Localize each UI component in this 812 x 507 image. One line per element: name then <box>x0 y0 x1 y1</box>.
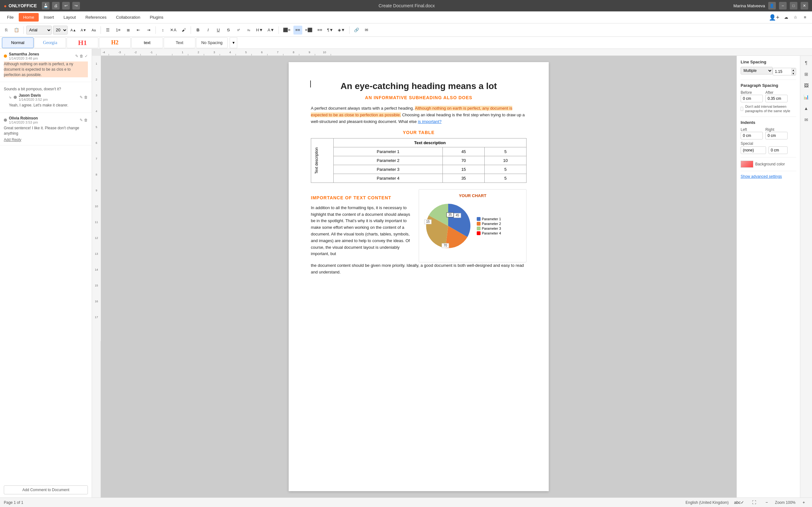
italic-button[interactable]: I <box>204 26 212 35</box>
app-logo: ● ONLYOFFICE 💾 🖨 ↩ ↪ <box>4 2 80 9</box>
paste-button[interactable]: 📋 <box>12 26 21 35</box>
reply-edit-1[interactable]: ✎ <box>80 95 83 100</box>
print-button[interactable]: 🖨 <box>52 2 60 9</box>
style-normal[interactable]: Normal <box>2 38 34 48</box>
align-right-button[interactable]: ≡⬛ <box>304 26 314 35</box>
fit-page-button[interactable]: ⛶ <box>750 498 758 507</box>
spell-check-icon[interactable]: abc✓ <box>732 498 746 507</box>
style-h2[interactable]: H2 <box>99 38 131 48</box>
insert-link-button[interactable]: 🔗 <box>352 26 361 35</box>
menu-collaboration[interactable]: Collaboration <box>112 13 145 21</box>
menu-insert[interactable]: Insert <box>39 13 59 21</box>
add-comment-button[interactable]: Add Comment to Document <box>4 486 88 494</box>
mail-settings-icon[interactable]: ✉ <box>802 115 811 124</box>
table-cell-param: Parameter 1 <box>334 147 443 156</box>
window-close[interactable]: ✕ <box>801 2 808 9</box>
bg-color-swatch[interactable] <box>741 161 753 168</box>
copy-style-button[interactable]: 🖌 <box>179 26 188 35</box>
legend-label-3: Parameter 3 <box>482 227 501 230</box>
doc-intro-paragraph[interactable]: A perfect document always starts with a … <box>311 105 526 125</box>
style-text[interactable]: text <box>131 38 163 48</box>
window-maximize[interactable]: □ <box>790 2 798 9</box>
window-minimize[interactable]: – <box>779 2 786 9</box>
menu-home[interactable]: Home <box>19 13 39 21</box>
paragraph-marks-button[interactable]: ¶▼ <box>325 26 335 35</box>
bullet-list-button[interactable]: ☰ <box>103 26 112 35</box>
document-container[interactable]: An eye-catching heading means a lot AN I… <box>101 56 737 498</box>
change-case-button[interactable]: Aa <box>89 26 98 35</box>
menu-references[interactable]: References <box>81 13 111 21</box>
dont-add-interval-checkbox[interactable] <box>741 107 743 111</box>
align-center-button[interactable]: ≡≡ <box>293 26 302 35</box>
doc-subheading[interactable]: AN INFORMATIVE SUBHEADING ALSO DOES <box>311 95 526 100</box>
strikethrough-button[interactable]: S <box>224 26 233 35</box>
comment-time-1: 1/14/2020 3:48 pm <box>9 56 39 60</box>
comment-time-3: 1/14/2020 3:53 pm <box>9 120 38 124</box>
comment-delete-3[interactable]: 🗑 <box>84 118 88 122</box>
clear-format-button[interactable]: ✕A <box>168 26 178 35</box>
doc-link[interactable]: is important? <box>418 119 441 124</box>
vertical-ruler: 1 2 3 4 5 6 7 8 9 10 11 12 13 14 <box>92 56 101 498</box>
shading-button[interactable]: ◈▼ <box>336 26 347 35</box>
comment-resolve-1[interactable]: ✓ <box>85 54 88 58</box>
increase-indent-button[interactable]: ⇥ <box>144 26 153 35</box>
menu-file[interactable]: File <box>3 13 18 21</box>
font-family-select[interactable]: Arial Georgia Times New Roman <box>26 26 52 35</box>
spacing-increment[interactable]: ▲ <box>792 68 795 72</box>
style-nospace[interactable]: No Spacing <box>196 38 228 48</box>
star-button[interactable]: ☆ <box>791 13 800 22</box>
comment-edit-3[interactable]: ✎ <box>80 118 83 122</box>
line-spacing-type-select[interactable]: Multiple Single 1.5 Lines Double <box>741 67 773 74</box>
comment-standalone-2: Sounds a bit pompous, doesn't it? <box>4 87 88 92</box>
style-gallery-more[interactable]: ▾ <box>230 38 237 48</box>
copy-button[interactable]: ⎘ <box>2 26 11 35</box>
save-button[interactable]: 💾 <box>42 2 49 9</box>
user-menu-button[interactable]: 👤 <box>768 2 776 9</box>
highlight-color-button[interactable]: H▼ <box>254 26 264 35</box>
menu-layout[interactable]: Layout <box>59 13 80 21</box>
comment-delete-1[interactable]: 🗑 <box>80 54 84 58</box>
font-size-down-button[interactable]: A▼ <box>79 26 88 35</box>
line-spacing-button[interactable]: ↕ <box>158 26 167 35</box>
menu-plugins[interactable]: Plugins <box>145 13 168 21</box>
comment-edit-1[interactable]: ✎ <box>75 54 78 58</box>
more-options-button[interactable]: ≡ <box>801 13 809 22</box>
font-color-button[interactable]: A▼ <box>266 26 276 35</box>
image-settings-icon[interactable]: 🖼 <box>802 81 811 90</box>
justify-button[interactable]: ≡≡ <box>315 26 324 35</box>
style-georgia[interactable]: Georgia <box>34 38 66 48</box>
redo-button[interactable]: ↪ <box>72 2 80 9</box>
bold-button[interactable]: B <box>194 26 202 35</box>
decrease-indent-button[interactable]: ⇤ <box>134 26 143 35</box>
spacing-decrement[interactable]: ▼ <box>792 72 795 75</box>
style-h1[interactable]: H1 <box>67 38 98 48</box>
multilevel-list-button[interactable]: ≣ <box>124 26 133 35</box>
doc-main-heading[interactable]: An eye-catching heading means a lot <box>311 81 526 91</box>
numbered-list-button[interactable]: 1≡ <box>113 26 122 35</box>
show-advanced-link[interactable]: Show advanced settings <box>741 174 782 179</box>
table-settings-icon[interactable]: ⊞ <box>802 70 811 78</box>
style-text2[interactable]: Text <box>164 38 195 48</box>
add-reply-button[interactable]: Add Reply <box>4 137 88 142</box>
underline-button[interactable]: U <box>214 26 223 35</box>
save-to-cloud-button[interactable]: ☁ <box>781 13 791 22</box>
font-size-up-button[interactable]: A▲ <box>69 26 78 35</box>
reply-delete-1[interactable]: 🗑 <box>84 95 88 100</box>
language-indicator[interactable]: English (United Kingdom) <box>686 500 728 505</box>
align-left-button[interactable]: ⬛≡ <box>281 26 292 35</box>
zoom-in-button[interactable]: + <box>799 498 808 507</box>
subscript-button[interactable]: x₂ <box>244 26 253 35</box>
superscript-button[interactable]: x² <box>234 26 243 35</box>
chart-settings-icon[interactable]: 📊 <box>802 93 811 101</box>
undo-button[interactable]: ↩ <box>62 2 70 9</box>
insert-table-button[interactable]: ✉ <box>362 26 371 35</box>
add-user-button[interactable]: 👤+ <box>767 13 781 22</box>
zoom-out-button[interactable]: − <box>762 498 771 507</box>
document: An eye-catching heading means a lot AN I… <box>289 62 549 491</box>
shape-settings-icon[interactable]: ▲ <box>802 104 811 113</box>
font-size-select[interactable]: 20 12 14 16 18 24 <box>53 26 67 35</box>
status-left: Page 1 of 1 <box>4 500 23 505</box>
ruler-corner <box>92 49 101 56</box>
paragraph-settings-icon[interactable]: ¶ <box>802 58 811 67</box>
comments-sidebar: Samantha Jones 1/14/2020 3:48 pm ✎ 🗑 ✓ A… <box>0 49 92 498</box>
